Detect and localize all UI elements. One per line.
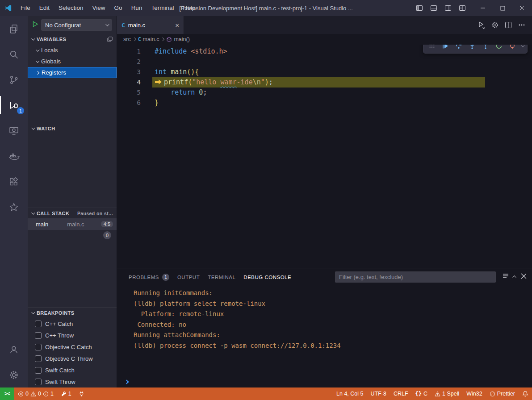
toolbar-grip-icon[interactable]	[426, 45, 438, 52]
close-button[interactable]	[512, 0, 532, 16]
breakpoint-checkbox[interactable]	[35, 355, 42, 362]
panel-tab-terminal[interactable]: TERMINAL	[208, 268, 235, 285]
language-mode[interactable]: {} C	[412, 388, 431, 400]
panel-tab-output[interactable]: OUTPUT	[177, 268, 200, 285]
explorer-icon[interactable]	[0, 16, 28, 42]
debug-console-output[interactable]: Running initCommands:(lldb) platform sel…	[117, 285, 532, 376]
panel-tab-problems[interactable]: PROBLEMS1	[129, 268, 169, 285]
start-debug-icon[interactable]	[32, 21, 38, 29]
debug-settings-gear-icon[interactable]	[489, 19, 501, 31]
tab-main-c[interactable]: C main.c ×	[117, 16, 184, 34]
toggle-panel-icon[interactable]	[427, 2, 440, 14]
panel-tab-debug-console[interactable]: DEBUG CONSOLE	[243, 268, 291, 285]
maximize-panel-icon[interactable]	[512, 275, 516, 279]
breakpoint-checkbox[interactable]	[35, 344, 42, 350]
debug-console-input[interactable]	[117, 376, 532, 388]
source-control-icon[interactable]	[0, 67, 28, 92]
line-number: 2	[117, 57, 141, 67]
breakpoint-item[interactable]: Swift Throw	[28, 376, 117, 388]
notifications-bell-icon[interactable]	[519, 388, 532, 400]
debug-attach-status[interactable]	[75, 388, 88, 400]
menu-edit[interactable]: Edit	[35, 0, 54, 16]
breakpoint-item[interactable]: Objective C Throw	[28, 353, 117, 364]
paused-status-text: Paused on st...	[77, 211, 113, 216]
breakpoints-section-header[interactable]: BREAKPOINTS	[28, 307, 117, 318]
menu-view[interactable]: View	[88, 0, 110, 16]
breadcrumb-folder[interactable]: src	[123, 36, 131, 42]
sidebar-item-locals[interactable]: Locals	[28, 45, 117, 56]
maximize-button[interactable]	[493, 0, 512, 16]
disconnect-icon[interactable]	[507, 45, 518, 52]
problems-status[interactable]: 0 0 1	[14, 388, 57, 400]
close-tab-icon[interactable]: ×	[175, 21, 179, 29]
menu-selection[interactable]: Selection	[54, 0, 88, 16]
sidebar-item-registers[interactable]: Registers	[28, 67, 117, 78]
menu-file[interactable]: File	[16, 0, 35, 16]
chevron-down-icon[interactable]	[521, 45, 524, 47]
cursor-position[interactable]: Ln 4, Col 5	[333, 388, 367, 400]
call-stack-frame[interactable]: main main.c 4:5	[28, 218, 117, 230]
close-panel-icon[interactable]	[521, 273, 527, 281]
code-editor[interactable]: 1#include <stdio.h>23int main(){4printf(…	[117, 45, 532, 268]
customize-layout-icon[interactable]	[456, 2, 469, 14]
encoding-selector[interactable]: UTF-8	[367, 388, 390, 400]
breakpoint-item[interactable]: C++ Throw	[28, 329, 117, 341]
breakpoint-checkbox[interactable]	[35, 332, 42, 339]
count-badge: 0	[103, 231, 111, 239]
docker-icon[interactable]	[0, 143, 28, 169]
collapse-all-icon[interactable]	[107, 36, 113, 42]
step-out-icon[interactable]	[480, 45, 491, 52]
code-line[interactable]: 6}	[117, 98, 532, 108]
watch-section-header[interactable]: WATCH	[28, 123, 117, 133]
restart-icon[interactable]	[493, 45, 505, 52]
minimize-button[interactable]	[473, 0, 493, 16]
clear-console-icon[interactable]	[502, 272, 509, 281]
breakpoint-item[interactable]: Swift Catch	[28, 364, 117, 376]
settings-gear-icon[interactable]	[0, 362, 28, 388]
call-stack-section-header[interactable]: CALL STACK Paused on st...	[28, 208, 117, 218]
continue-icon[interactable]	[440, 45, 451, 52]
accounts-icon[interactable]	[0, 337, 28, 362]
editor-actions	[476, 16, 532, 34]
breakpoint-checkbox[interactable]	[35, 367, 42, 374]
toggle-secondary-sidebar-icon[interactable]	[442, 2, 454, 14]
breakpoint-checkbox[interactable]	[35, 379, 42, 385]
code-line[interactable]: 4printf("hello wamr-ide\n");	[117, 77, 532, 88]
menu-run[interactable]: Run	[127, 0, 147, 16]
code-line[interactable]: 3int main(){	[117, 67, 532, 77]
toolchain-status[interactable]: 1	[57, 388, 75, 400]
menu-go[interactable]: Go	[110, 0, 127, 16]
eol-selector[interactable]: CRLF	[390, 388, 412, 400]
split-editor-icon[interactable]	[503, 19, 514, 31]
remote-indicator[interactable]: ><	[0, 388, 14, 400]
remote-explorer-icon[interactable]	[0, 118, 28, 143]
formatter-status[interactable]: Prettier	[486, 388, 519, 400]
step-over-icon[interactable]	[453, 45, 465, 52]
breadcrumb[interactable]: src C main.c main()	[117, 34, 532, 45]
breakpoint-checkbox[interactable]	[35, 321, 42, 327]
breadcrumb-symbol[interactable]: main()	[166, 36, 189, 42]
extensions-icon[interactable]	[0, 169, 28, 194]
menu-terminal[interactable]: Terminal	[147, 0, 178, 16]
step-into-icon[interactable]	[466, 45, 478, 52]
spell-checker-status[interactable]: 1 Spell	[431, 388, 463, 400]
sidebar-item-globals[interactable]: Globals	[28, 56, 117, 67]
more-actions-icon[interactable]	[516, 19, 528, 31]
debug-badge: 1	[17, 107, 24, 114]
debug-configuration-dropdown[interactable]: No Configurat	[41, 19, 112, 31]
run-and-debug-icon[interactable]: 1	[0, 92, 28, 118]
run-file-icon[interactable]	[476, 19, 487, 31]
code-line[interactable]: 2	[117, 57, 532, 67]
code-line[interactable]: 5 return 0;	[117, 88, 532, 98]
console-line: (lldb) process connect -p wasm connect:/…	[134, 341, 532, 351]
plug-icon	[79, 391, 84, 397]
filter-input[interactable]	[335, 271, 496, 283]
star-icon[interactable]	[0, 194, 28, 220]
breakpoint-item[interactable]: Objective C Catch	[28, 341, 117, 353]
variables-section-header[interactable]: VARIABLES	[28, 34, 117, 45]
platform-status[interactable]: Win32	[463, 388, 486, 400]
toggle-sidebar-icon[interactable]	[413, 2, 426, 14]
breakpoint-item[interactable]: C++ Catch	[28, 318, 117, 329]
search-icon[interactable]	[0, 42, 28, 67]
breadcrumb-file[interactable]: C main.c	[138, 36, 159, 42]
